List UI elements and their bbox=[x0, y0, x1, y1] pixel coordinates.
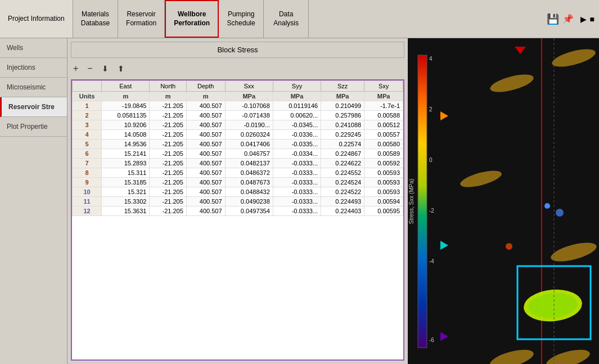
cell-sxx[interactable]: 0.0482137 bbox=[225, 159, 273, 168]
cell-sxy[interactable]: 0.00595 bbox=[364, 206, 403, 216]
cell-sxy[interactable]: -1.7e-1 bbox=[364, 101, 403, 111]
cell-east[interactable]: 15.2893 bbox=[102, 159, 150, 168]
cell-depth[interactable]: 400.507 bbox=[186, 206, 225, 216]
sidebar-item-wells[interactable]: Wells bbox=[0, 38, 67, 58]
cell-syy[interactable]: -0.0333... bbox=[273, 168, 321, 178]
cell-north[interactable]: -21.205 bbox=[150, 178, 186, 187]
table-row[interactable]: 4 14.0508 -21.205 400.507 0.0260324 -0.0… bbox=[73, 130, 403, 140]
cell-north[interactable]: -21.205 bbox=[150, 187, 186, 197]
cell-syy[interactable]: -0.0333... bbox=[273, 206, 321, 216]
table-row[interactable]: 11 15.3302 -21.205 400.507 0.0490238 -0.… bbox=[73, 197, 403, 206]
table-wrapper[interactable]: East North Depth Sxx Syy Szz Sxy Units m bbox=[72, 80, 403, 359]
tab-materials-database[interactable]: MaterialsDatabase bbox=[73, 0, 118, 38]
cell-sxx[interactable]: 0.0490238 bbox=[225, 197, 273, 206]
cell-sxx[interactable]: -0.107068 bbox=[225, 101, 273, 111]
pin-icon[interactable]: 📌 bbox=[562, 14, 574, 24]
cell-szz[interactable]: 0.224493 bbox=[321, 197, 364, 206]
cell-east[interactable]: 15.2141 bbox=[102, 149, 150, 159]
cell-sxy[interactable]: 0.00588 bbox=[364, 111, 403, 120]
cell-east[interactable]: 15.321 bbox=[102, 187, 150, 197]
cell-sxx[interactable]: 0.0488432 bbox=[225, 187, 273, 197]
cell-sxy[interactable]: 0.00589 bbox=[364, 149, 403, 159]
cell-syy[interactable]: -0.0333... bbox=[273, 187, 321, 197]
cell-north[interactable]: -21.205 bbox=[150, 130, 186, 140]
col-header-szz[interactable]: Szz bbox=[321, 81, 364, 92]
table-row[interactable]: 10 15.321 -21.205 400.507 0.0488432 -0.0… bbox=[73, 187, 403, 197]
cell-north[interactable]: -21.205 bbox=[150, 197, 186, 206]
cell-sxx[interactable]: 0.0497354 bbox=[225, 206, 273, 216]
cell-sxx[interactable]: 0.0487673 bbox=[225, 178, 273, 187]
cell-sxx[interactable]: -0.0190... bbox=[225, 120, 273, 130]
cell-szz[interactable]: 0.224552 bbox=[321, 168, 364, 178]
cell-syy[interactable]: -0.0336... bbox=[273, 130, 321, 140]
save-icon[interactable]: 💾 bbox=[547, 13, 559, 25]
cell-north[interactable]: -21.205 bbox=[150, 206, 186, 216]
sidebar-item-microseismic[interactable]: Microseismic bbox=[0, 78, 67, 97]
cell-sxx[interactable]: -0.071438 bbox=[225, 111, 273, 120]
cell-east[interactable]: 15.311 bbox=[102, 168, 150, 178]
sidebar-item-plot-propertie[interactable]: Plot Propertie bbox=[0, 117, 67, 137]
table-row[interactable]: 8 15.311 -21.205 400.507 0.0486372 -0.03… bbox=[73, 168, 403, 178]
cell-syy[interactable]: -0.0345... bbox=[273, 120, 321, 130]
cell-north[interactable]: -21.205 bbox=[150, 120, 186, 130]
cell-sxy[interactable]: 0.00592 bbox=[364, 159, 403, 168]
cell-szz[interactable]: 0.257986 bbox=[321, 111, 364, 120]
table-row[interactable]: 3 10.9206 -21.205 400.507 -0.0190... -0.… bbox=[73, 120, 403, 130]
tab-pumping-schedule[interactable]: PumpingSchedule bbox=[219, 0, 264, 38]
tab-wellbore-perforation[interactable]: WellborePerforation bbox=[165, 0, 219, 38]
cell-depth[interactable]: 400.507 bbox=[186, 111, 225, 120]
tab-data-analysis[interactable]: DataAnalysis bbox=[264, 0, 309, 38]
cell-szz[interactable]: 0.224403 bbox=[321, 206, 364, 216]
table-row[interactable]: 6 15.2141 -21.205 400.507 0.046757 -0.03… bbox=[73, 149, 403, 159]
cell-depth[interactable]: 400.507 bbox=[186, 187, 225, 197]
cell-north[interactable]: -21.205 bbox=[150, 111, 186, 120]
cell-east[interactable]: 15.3185 bbox=[102, 178, 150, 187]
table-row[interactable]: 5 14.9536 -21.205 400.507 0.0417406 -0.0… bbox=[73, 140, 403, 149]
cell-north[interactable]: -21.205 bbox=[150, 159, 186, 168]
sidebar-item-injections[interactable]: Injections bbox=[0, 58, 67, 78]
tab-project-information[interactable]: Project Information bbox=[0, 0, 73, 38]
stop-icon[interactable]: ■ bbox=[590, 15, 595, 24]
col-header-north[interactable]: North bbox=[150, 81, 186, 92]
add-button[interactable]: + bbox=[71, 62, 80, 75]
cell-sxx[interactable]: 0.046757 bbox=[225, 149, 273, 159]
cell-sxx[interactable]: 0.0486372 bbox=[225, 168, 273, 178]
cell-depth[interactable]: 400.507 bbox=[186, 197, 225, 206]
download-button[interactable]: ⬇ bbox=[100, 63, 111, 74]
cell-depth[interactable]: 400.507 bbox=[186, 140, 225, 149]
sidebar-item-reservoir-stre[interactable]: Reservoir Stre bbox=[0, 97, 67, 117]
cell-sxx[interactable]: 0.0417406 bbox=[225, 140, 273, 149]
cell-szz[interactable]: 0.241088 bbox=[321, 120, 364, 130]
play-icon[interactable]: ▶ bbox=[580, 15, 587, 24]
cell-sxy[interactable]: 0.00594 bbox=[364, 197, 403, 206]
col-header-depth[interactable]: Depth bbox=[186, 81, 225, 92]
cell-depth[interactable]: 400.507 bbox=[186, 168, 225, 178]
cell-szz[interactable]: 0.224622 bbox=[321, 159, 364, 168]
cell-east[interactable]: 15.3631 bbox=[102, 206, 150, 216]
cell-szz[interactable]: 0.224867 bbox=[321, 149, 364, 159]
cell-north[interactable]: -21.205 bbox=[150, 140, 186, 149]
cell-depth[interactable]: 400.507 bbox=[186, 159, 225, 168]
upload-button[interactable]: ⬆ bbox=[115, 63, 127, 74]
cell-east[interactable]: 10.9206 bbox=[102, 120, 150, 130]
cell-east[interactable]: -19.0845 bbox=[102, 101, 150, 111]
cell-east[interactable]: 0.0581135 bbox=[102, 111, 150, 120]
cell-depth[interactable]: 400.507 bbox=[186, 120, 225, 130]
cell-depth[interactable]: 400.507 bbox=[186, 101, 225, 111]
cell-depth[interactable]: 400.507 bbox=[186, 130, 225, 140]
cell-syy[interactable]: -0.0333... bbox=[273, 159, 321, 168]
cell-east[interactable]: 14.9536 bbox=[102, 140, 150, 149]
cell-east[interactable]: 15.3302 bbox=[102, 197, 150, 206]
cell-syy[interactable]: -0.0333... bbox=[273, 178, 321, 187]
col-header-sxx[interactable]: Sxx bbox=[225, 81, 273, 92]
cell-syy[interactable]: -0.0335... bbox=[273, 140, 321, 149]
cell-szz[interactable]: 0.224524 bbox=[321, 178, 364, 187]
table-row[interactable]: 7 15.2893 -21.205 400.507 0.0482137 -0.0… bbox=[73, 159, 403, 168]
cell-depth[interactable]: 400.507 bbox=[186, 149, 225, 159]
tab-reservoir-formation[interactable]: ReservoirFormation bbox=[118, 0, 165, 38]
col-header-syy[interactable]: Syy bbox=[273, 81, 321, 92]
cell-north[interactable]: -21.205 bbox=[150, 101, 186, 111]
remove-button[interactable]: − bbox=[85, 62, 94, 75]
cell-syy[interactable]: -0.0333... bbox=[273, 197, 321, 206]
cell-sxy[interactable]: 0.00580 bbox=[364, 140, 403, 149]
